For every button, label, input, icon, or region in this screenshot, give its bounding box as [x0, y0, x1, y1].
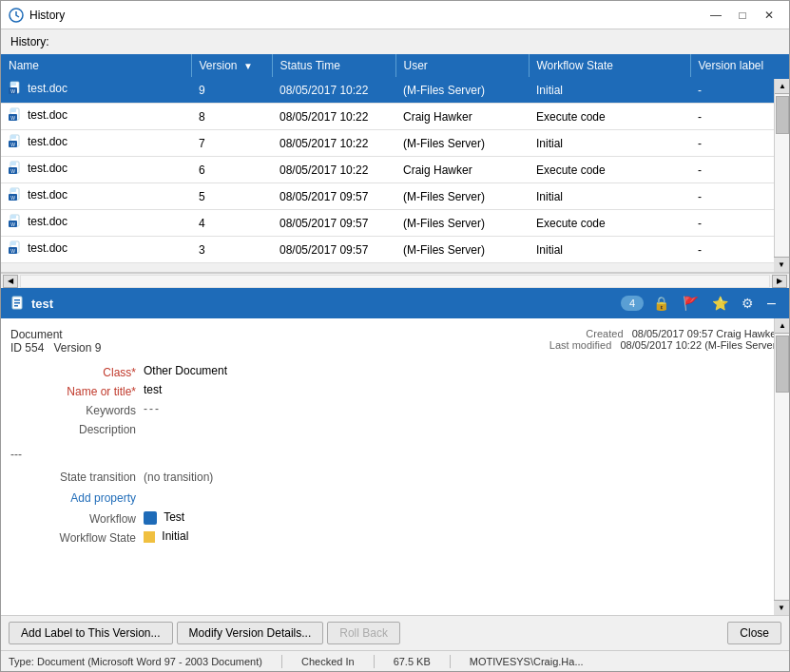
cell-user: (M-Files Server) [395, 130, 529, 157]
cell-user: (M-Files Server) [395, 77, 529, 104]
cell-version: 3 [191, 237, 272, 263]
keywords-value: --- [144, 402, 780, 415]
svg-rect-32 [14, 305, 18, 307]
cell-status_time: 08/05/2017 10:22 [272, 77, 395, 104]
cell-version: 8 [191, 104, 272, 130]
cell-status_time: 08/05/2017 09:57 [272, 237, 395, 263]
class-row: Class* Other Document [10, 364, 780, 379]
history-window-icon [9, 8, 24, 23]
state-transition-value: (no transition) [144, 470, 213, 484]
svg-rect-10 [10, 135, 16, 139]
settings-button[interactable]: ⚙ [738, 294, 758, 313]
svg-rect-31 [14, 302, 20, 304]
created-value: 08/05/2017 09:57 Craig Hawker [632, 328, 780, 339]
scroll-thumb[interactable] [776, 96, 789, 134]
document-detail-icon [10, 296, 26, 311]
cell-version: 5 [191, 183, 272, 210]
workflow-state-value-text: Initial [162, 529, 188, 543]
close-button[interactable]: Close [727, 622, 781, 644]
detail-minimize-button[interactable]: – [763, 295, 780, 312]
cell-status_time: 08/05/2017 10:22 [272, 157, 395, 183]
modify-version-button[interactable]: Modify Version Details... [177, 622, 324, 644]
col-header-status-time[interactable]: Status Time [272, 54, 395, 77]
detail-scroll-up[interactable]: ▲ [775, 318, 789, 334]
lock-button[interactable]: 🔒 [649, 294, 673, 313]
history-window: History — □ ✕ History: Name Version ▼ [0, 0, 790, 672]
workflow-row: Workflow Test [10, 510, 780, 526]
add-property-link[interactable]: Add property [10, 491, 144, 505]
document-id: ID 554 [10, 341, 44, 355]
description-row: Description [10, 421, 780, 436]
scroll-down-button[interactable]: ▼ [774, 257, 789, 272]
table-row[interactable]: W test.doc 308/05/2017 09:57(M-Files Ser… [1, 237, 789, 263]
table-row[interactable]: W test.doc 708/05/2017 10:22(M-Files Ser… [1, 130, 789, 157]
col-header-version[interactable]: Version ▼ [191, 54, 272, 77]
workflow-state-value: Initial [144, 529, 780, 543]
roll-back-button[interactable]: Roll Back [327, 622, 400, 644]
status-sep-3 [450, 655, 451, 668]
cell-status_time: 08/05/2017 10:22 [272, 104, 395, 130]
document-version: Version 9 [53, 341, 101, 355]
horizontal-scrollbar[interactable]: ◀ ▶ [1, 273, 789, 288]
favorite-button[interactable]: ⭐ [708, 294, 732, 313]
minimize-button[interactable]: — [703, 6, 728, 25]
detail-scroll-down[interactable]: ▼ [774, 600, 789, 615]
cell-name: W test.doc [1, 130, 191, 157]
state-section: State transition (no transition) Add pro… [1, 465, 789, 550]
workflow-value-text: Test [164, 510, 184, 524]
col-header-workflow-state[interactable]: Workflow State [529, 54, 690, 77]
description-content: --- [1, 444, 789, 465]
comments-badge[interactable]: 4 [621, 296, 644, 311]
detail-scroll-track [775, 336, 789, 393]
detail-panel-header: test 4 🔒 🚩 ⭐ ⚙ – [1, 288, 789, 318]
name-value: test [144, 383, 780, 396]
cell-workflow_state: Initial [529, 237, 690, 263]
detail-scroll-thumb[interactable] [776, 336, 789, 393]
table-row[interactable]: W test.doc 808/05/2017 10:22Craig Hawker… [1, 104, 789, 130]
scroll-right-button[interactable]: ▶ [772, 275, 787, 288]
sort-arrow-version: ▼ [243, 61, 253, 71]
table-row[interactable]: W test.doc 508/05/2017 09:57(M-Files Ser… [1, 183, 789, 210]
detail-scrollbar[interactable]: ▲ ▼ [774, 318, 789, 615]
add-label-button[interactable]: Add Label to This Version... [9, 622, 173, 644]
cell-user: (M-Files Server) [395, 237, 529, 263]
window-close-button[interactable]: ✕ [757, 6, 781, 25]
svg-rect-18 [10, 188, 16, 192]
window-title: History [29, 9, 703, 22]
cell-name: W test.doc [1, 157, 191, 183]
last-modified-value: 08/05/2017 10:22 (M-Files Server) [620, 339, 780, 351]
table-row[interactable]: W test.doc 408/05/2017 09:57(M-Files Ser… [1, 210, 789, 237]
cell-user: (M-Files Server) [395, 183, 529, 210]
created-label: Created [586, 328, 623, 339]
state-transition-label: State transition [10, 470, 144, 484]
cell-workflow_state: Initial [529, 183, 690, 210]
col-header-user[interactable]: User [395, 54, 529, 77]
history-label: History: [1, 29, 789, 54]
status-sep-1 [281, 655, 282, 668]
flag-button[interactable]: 🚩 [679, 294, 703, 313]
maximize-button[interactable]: □ [730, 6, 755, 25]
state-transition-row: State transition (no transition) [10, 467, 780, 488]
svg-text:W: W [10, 221, 15, 227]
history-table-container: Name Version ▼ Status Time User [1, 54, 789, 273]
scroll-left-button[interactable]: ◀ [3, 275, 18, 288]
col-header-version-label[interactable]: Version label [690, 54, 789, 77]
table-row[interactable]: W test.doc 908/05/2017 10:22(M-Files Ser… [1, 77, 789, 104]
scroll-up-button[interactable]: ▲ [775, 79, 789, 94]
cell-name: W test.doc [1, 210, 191, 237]
table-row[interactable]: W test.doc 608/05/2017 10:22Craig Hawker… [1, 157, 789, 183]
history-table-scroll[interactable]: Name Version ▼ Status Time User [1, 54, 789, 272]
cell-workflow_state: Execute code [529, 157, 690, 183]
workflow-state-row: Workflow State Initial [10, 529, 780, 545]
cell-name: W test.doc [1, 77, 191, 104]
detail-content: Document ID 554 Version 9 Created 08/05/… [1, 318, 789, 615]
table-scrollbar[interactable]: ▲ ▼ [774, 79, 789, 272]
svg-rect-26 [10, 241, 16, 245]
workflow-value: Test [144, 510, 780, 525]
cell-workflow_state: Execute code [529, 104, 690, 130]
col-header-name[interactable]: Name [1, 54, 191, 77]
cell-status_time: 08/05/2017 09:57 [272, 210, 395, 237]
workflow-state-label: Workflow State [10, 529, 144, 545]
cell-status_time: 08/05/2017 09:57 [272, 183, 395, 210]
cell-name: W test.doc [1, 237, 191, 263]
